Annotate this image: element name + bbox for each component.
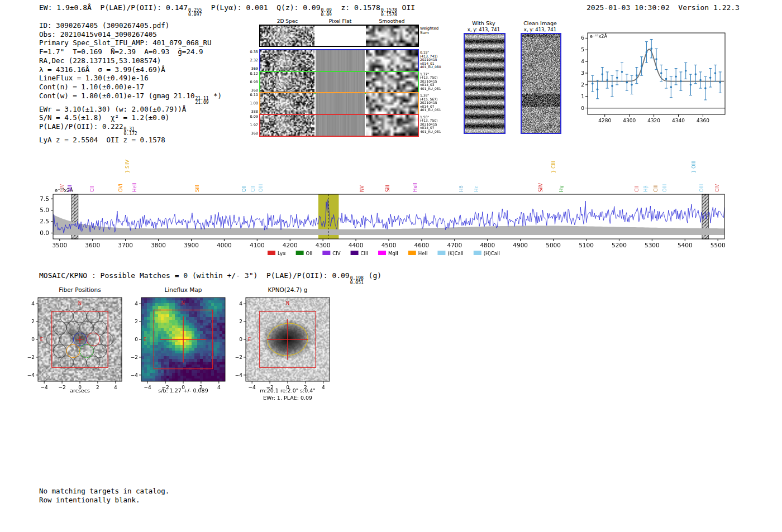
spec2d-strip-canvas: [260, 115, 314, 136]
spec2d-left-label: 0.091.97368: [246, 115, 259, 136]
info-line: λ = 4316.16Å σ = 3.99(±4.69)Å: [39, 65, 222, 74]
clean-image-title: Clean Image: [518, 20, 562, 26]
kpno-title: KPNO(24.7) g: [243, 286, 332, 293]
summary-header: EW: 1.9±0.8Å P(LAE)/P(OII): 0.1470.2550.…: [39, 3, 415, 17]
info-line: LineFlux = 1.30(±0.49)e-16: [39, 74, 222, 83]
spec2d-right-label: 0.15"(413, 741)20210415v014_01401_RU_080: [420, 51, 446, 69]
spec2d-right-label: 1.37"(413, 750)20210415v014_03401_RU_081: [420, 73, 446, 91]
spec2d-left-label: 0.101.00388: [246, 93, 259, 114]
spec2d-col-header-2dspec: 2D Spec: [260, 18, 314, 24]
with-sky-coords: x, y: 413, 741: [462, 27, 505, 32]
fiber-positions-title: Fiber Positions: [35, 286, 125, 293]
stacked-uncertainty: 0.15780.1578: [381, 8, 397, 17]
spec2d-right-label: 1.50"(413, 750)20210415v014_07401_RU_081: [420, 116, 446, 134]
stacked-uncertainty: 0.1980.051: [350, 276, 364, 285]
clean-image: [521, 33, 561, 134]
spec2d-right-label: WeightedSum: [420, 26, 446, 35]
spec2d-strip-canvas: [366, 115, 418, 136]
spec2d-strip-canvas: [260, 93, 314, 114]
line-fit-plot: [575, 25, 782, 134]
spec2d-col-header-smoothed: Smoothed: [366, 18, 418, 24]
spec2d-right-label: 1.38"(415, 567)20210415v014_07401_RU_061: [420, 94, 446, 112]
fiber-positions-xlabel: arcsecs: [35, 387, 125, 394]
kpno-caption2: EWr: 1. PLAE: 0.09: [243, 395, 332, 401]
stacked-uncertainty: 0.2550.097: [188, 8, 202, 17]
info-line: S/N = 4.5(±1.8) χ² = 1.2(±0.0): [39, 113, 222, 122]
stacked-uncertainty: 0.310.172: [124, 127, 137, 136]
stacked-uncertainty: 0.090.09: [321, 8, 332, 17]
info-line: F=1.7" T=0.169 N̄=2.39 A=0.93 ḡ=24.9: [39, 47, 222, 56]
info-line: Primary Spec_Slot_IFU_AMP: 401_079_068_R…: [39, 39, 222, 47]
spec2d-strip-canvas: [366, 26, 418, 46]
spec2d-left-label: 0.352.32369: [246, 50, 259, 71]
spec2d-left-label: [246, 26, 259, 46]
spec2d-strip-canvas: [316, 72, 365, 93]
spec2d-strip-canvas: [316, 115, 365, 136]
info-line: RA,Dec (228.137115,53.108574): [39, 56, 222, 65]
elixer-report: EW: 1.9±0.8Å P(LAE)/P(OII): 0.1470.2550.…: [0, 0, 782, 532]
full-spectrum-plot: [0, 143, 782, 263]
footer-line-2: Row intentionally blank.: [39, 496, 140, 504]
info-line: P(LAE)/P(OII): 0.2220.310.172: [39, 122, 222, 136]
spec2d-strip-canvas: [260, 72, 314, 93]
lineflux-map-title: Lineflux Map: [139, 286, 228, 293]
kpno-caption: m:20.1 re:2.0" s:0.4": [243, 387, 332, 394]
detection-info-block: ID: 3090267405 (3090267405.pdf)Obs: 2021…: [39, 21, 222, 145]
spec2d-strip-canvas: [366, 72, 418, 93]
lineflux-map-cutout: [116, 295, 230, 393]
with-sky-title: With Sky: [462, 20, 505, 26]
spec2d-strip-canvas: [260, 50, 314, 71]
info-line: EWr = 3.10(±1.30) (w: 2.00(±0.79))Å: [39, 105, 222, 114]
fiber-positions-cutout: [12, 295, 126, 393]
stacked-uncertainty: 21.1121.09: [195, 97, 208, 105]
spec2d-strip-canvas: [316, 93, 365, 114]
spec2d-strip-canvas: [366, 93, 418, 114]
info-line: Cont(w) = 1.80(±0.01)e-17 (gmag 21.1021.…: [39, 92, 222, 105]
lineflux-caption: s/b: 1.27 +/- 0.089: [139, 387, 228, 394]
spec2d-strip-canvas: [366, 50, 418, 71]
footer-line-1: No matching targets in catalog.: [39, 487, 169, 495]
spec2d-col-header-pixelflat: Pixel Flat: [316, 18, 365, 24]
info-line: ID: 3090267405 (3090267405.pdf): [39, 21, 222, 30]
spec2d-left-label: 0.120.98368: [246, 72, 259, 93]
spec2d-strip-canvas: [260, 26, 314, 46]
spec2d-strip-canvas: [316, 50, 365, 71]
info-line: Obs: 20210415v014_3090267405: [39, 30, 222, 39]
clean-image-coords: x, y: 413, 741: [518, 27, 562, 32]
kpno-cutout: [220, 295, 334, 393]
catalog-match-line: MOSAIC/KPNO : Possible Matches = 0 (with…: [39, 271, 382, 285]
with-sky-image: [464, 33, 506, 134]
timestamp-version: 2025-01-03 10:30:02 Version 1.22.3: [586, 3, 740, 12]
info-line: Cont(n) = 1.10(±0.00)e-17: [39, 83, 222, 92]
